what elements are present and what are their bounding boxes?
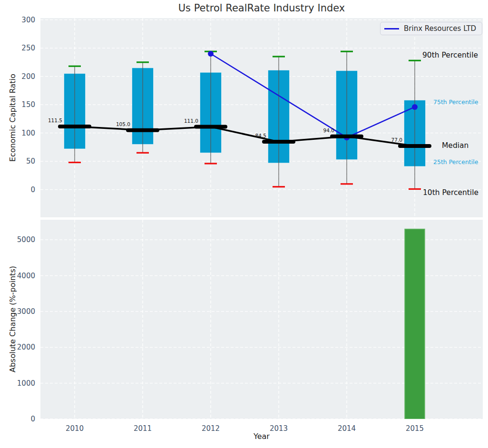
x-tick-label-2013: 2013 bbox=[260, 424, 298, 433]
annotation-25th-percentile: 25th Percentile bbox=[433, 158, 478, 166]
annotation-90th-percentile: 90th Percentile bbox=[422, 51, 478, 59]
x-tick-label-2015: 2015 bbox=[396, 424, 434, 433]
legend-label: Brinx Resources LTD bbox=[404, 24, 476, 33]
bottom-y-tick-label: 2000 bbox=[7, 342, 35, 352]
change-bar-2015 bbox=[405, 229, 425, 419]
median-value-label-2012: 111.0 bbox=[184, 118, 198, 124]
x-tick-label-2011: 2011 bbox=[124, 424, 162, 433]
percentile-chart: 111.5105.0111.084.594.077.0 bbox=[40, 18, 483, 217]
bottom-y-axis-label: Absolute Change (%-points) bbox=[7, 220, 18, 419]
x-tick-label-2012: 2012 bbox=[192, 424, 230, 433]
bottom-axes bbox=[40, 220, 483, 419]
legend: Brinx Resources LTD bbox=[380, 22, 482, 35]
median-value-label-2013: 84.5 bbox=[255, 133, 266, 138]
bottom-y-tick-label: 1000 bbox=[7, 379, 35, 388]
median-value-label-2011: 105.0 bbox=[116, 121, 130, 127]
annotation-10th-percentile: 10th Percentile bbox=[423, 188, 478, 197]
chart-title: Us Petrol RealRate Industry Index bbox=[40, 2, 483, 14]
figure: Us Petrol RealRate Industry Index 111.51… bbox=[0, 0, 488, 448]
median-value-label-2010: 111.5 bbox=[48, 117, 62, 123]
change-bar-chart bbox=[40, 220, 483, 419]
top-y-tick-label: 50 bbox=[7, 156, 35, 166]
brinx-marker-2012 bbox=[208, 51, 214, 57]
bottom-y-tick-label: 3000 bbox=[7, 307, 35, 316]
annotation-median: Median bbox=[442, 141, 468, 150]
bottom-y-tick-label: 0 bbox=[7, 414, 35, 424]
top-y-tick-label: 100 bbox=[7, 128, 35, 138]
top-axes: 111.5105.0111.084.594.077.0 bbox=[40, 18, 483, 217]
brinx-marker-2015 bbox=[412, 104, 418, 110]
x-tick-label-2014: 2014 bbox=[328, 424, 366, 433]
legend-line-sample-icon bbox=[384, 28, 399, 29]
top-y-tick-label: 0 bbox=[7, 185, 35, 195]
x-tick-label-2010: 2010 bbox=[56, 424, 94, 433]
median-value-label-2015: 77.0 bbox=[391, 137, 402, 143]
median-value-label-2014: 94.0 bbox=[323, 127, 334, 133]
brinx-line bbox=[211, 54, 415, 137]
bottom-y-tick-label: 5000 bbox=[7, 235, 35, 244]
top-y-tick-label: 150 bbox=[7, 100, 35, 109]
top-y-tick-label: 250 bbox=[7, 43, 35, 53]
top-y-tick-label: 200 bbox=[7, 72, 35, 81]
annotation-75th-percentile: 75th Percentile bbox=[433, 98, 478, 106]
bottom-y-tick-label: 4000 bbox=[7, 271, 35, 281]
top-y-tick-label: 300 bbox=[7, 15, 35, 25]
